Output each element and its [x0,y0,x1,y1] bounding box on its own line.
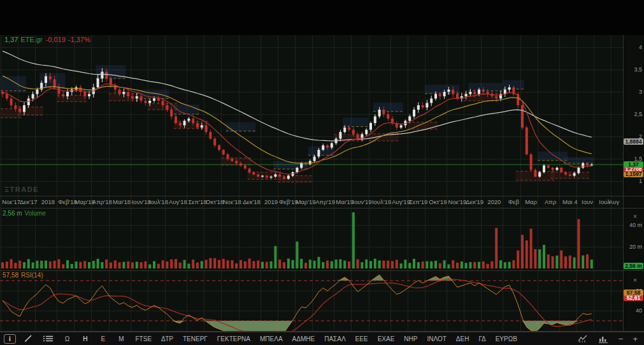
volume-value: 2,56 m [3,210,22,217]
price-change-pct: -1,37% [68,36,90,43]
price-axis-label: 3 [624,89,642,95]
rsi-axis-label: 40 [624,307,642,314]
symbol-tab-ΝΗΡ[interactable]: ΝΗΡ [402,334,419,344]
timeframe-button-Η[interactable]: Η [79,334,91,344]
symbol-tab-ΔΕΗ[interactable]: ΔΕΗ [454,334,471,344]
zoom-in-button[interactable]: + [631,335,639,343]
rsi-name: RSI(14) [21,272,43,279]
rsi-value: 57,58 [3,272,18,279]
date-axis-label: Αυγ [601,198,627,205]
rsi-pane-label: 57,58RSI(14) [3,272,43,279]
symbol-tab-ΔΤΡ[interactable]: ΔΤΡ [159,334,175,344]
ticker-symbol: ETE.gr [20,36,42,43]
volume-name: Volume [25,210,46,217]
last-price-text: 1,37 [4,36,18,43]
symbol-tab-FTSE[interactable]: FTSE [134,334,154,344]
symbol-tab-ΑΔΜΗΕ[interactable]: ΑΔΜΗΕ [290,334,317,344]
bar-chart-icon [599,335,608,343]
bottom-toolbar: i ΩΗΕΜ FTSEΔΤΡΤΕΝΕΡΓΓΕΚΤΕΡΝΑΜΠΕΛΑΑΔΜΗΕΠΑ… [0,332,644,345]
toolbar-right-group: − + [576,334,639,344]
timeframe-button-Ω[interactable]: Ω [61,334,73,344]
list-icon [43,335,54,342]
pencil-icon [24,335,33,342]
chart-canvas[interactable] [0,0,644,345]
platform-watermark: ΞTRADE [4,186,39,193]
trading-chart-window: 1,37ETE.gr-0,019-1,37% ΞTRADE 2,56 mVolu… [0,0,644,345]
symbol-tab-ΓΕΚΤΕΡΝΑ[interactable]: ΓΕΚΤΕΡΝΑ [215,334,252,344]
symbol-tab-ΕΕΕ[interactable]: ΕΕΕ [354,334,370,344]
timeframe-button-Μ[interactable]: Μ [115,334,127,344]
info-button[interactable]: i [4,334,16,344]
price-axis-label: 2,5 [624,111,642,117]
last-price-badge: 1,37 [624,161,643,168]
volume-value-badge: 2,56 m [624,263,643,269]
line-chart-mode-button[interactable] [576,334,590,344]
timeframe-button-Ε[interactable]: Ε [97,334,110,344]
volume-pane-close-button[interactable]: × [631,212,639,220]
price-axis-label: 4 [624,44,642,50]
symbol-tabs: FTSEΔΤΡΤΕΝΕΡΓΓΕΚΤΕΡΝΑΜΠΕΛΑΑΔΜΗΕΠΑΣΑΛΕΕΕΕ… [134,334,519,344]
symbol-tab-ΠΑΣΑΛ[interactable]: ΠΑΣΑΛ [322,334,347,344]
symbol-tab-ΕΧΑΕ[interactable]: ΕΧΑΕ [376,334,397,344]
line-chart-icon [578,335,588,343]
ma-slow-value-badge: 1,8884 [624,138,643,145]
symbol-header: 1,37ETE.gr-0,019-1,37% [4,36,93,43]
symbol-tab-ΜΠΕΛΑ[interactable]: ΜΠΕΛΑ [258,334,285,344]
price-axis-label: 3,5 [624,66,642,73]
volume-axis-label: 40 m [624,222,642,228]
rsi-value-badge: 57,58 [624,290,643,296]
symbol-tab-ΤΕΝΕΡΓ[interactable]: ΤΕΝΕΡΓ [181,334,210,344]
bar-chart-mode-button[interactable] [597,334,610,344]
indicators-list-button[interactable] [41,334,55,343]
timeframe-group: ΩΗΕΜ [61,334,128,344]
volume-axis-label: 20 m [624,244,642,250]
draw-tool-button[interactable] [22,334,35,343]
price-axis-label: 1 [624,178,642,184]
symbol-tab-ΓΔ[interactable]: ΓΔ [476,334,487,344]
zoom-out-button[interactable]: − [617,335,625,343]
symbol-tab-ΙΝΛΟΤ[interactable]: ΙΝΛΟΤ [425,334,448,344]
rsi-pane-close-button[interactable]: × [631,276,639,284]
symbol-tab-ΕΥΡΩΒ[interactable]: ΕΥΡΩΒ [494,334,519,344]
volume-pane-label: 2,56 mVolume [3,210,46,217]
price-change: -0,019 [46,36,66,43]
